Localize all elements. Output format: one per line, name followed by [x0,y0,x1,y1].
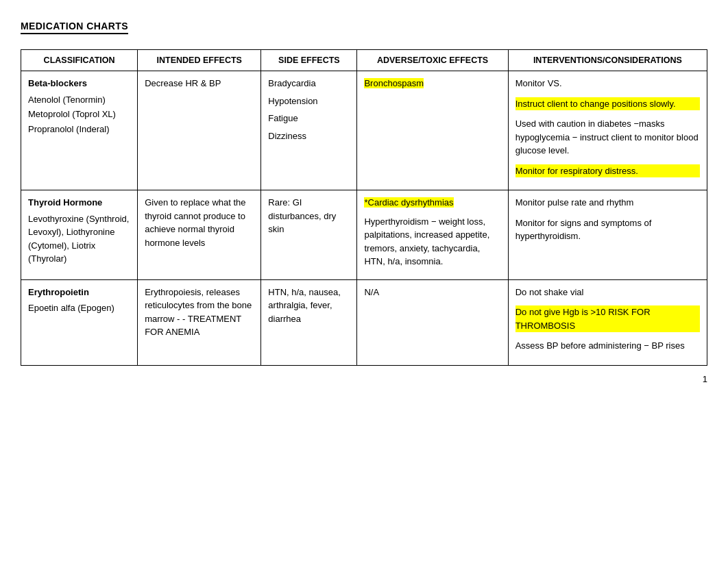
adverse-effect-item: *Cardiac dysrhythmias [364,197,453,208]
adverse-effect-item: Hyperthyroidism − weight loss, palpitati… [364,215,500,268]
side-effect-item: Bradycardia [268,77,350,90]
interventions-cell-2: Do not shake vialDo not give Hgb is >10 … [508,279,707,365]
intervention-item: Used with caution in diabetes −masks hyp… [515,117,700,158]
header-adverse-toxic: ADVERSE/TOXIC EFFECTS [357,50,508,71]
drug-name: Epoetin alfa (Epogen) [28,301,130,315]
adverse-effects-cell-2: N/A [357,279,508,365]
medication-table: CLASSIFICATION INTENDED EFFECTS SIDE EFF… [21,49,707,366]
side-effect-item: Hypotension [268,95,350,108]
interventions-cell-1: Monitor pulse rate and rhythmMonitor for… [508,190,707,280]
intended-effects-cell-0: Decrease HR & BP [138,71,261,190]
drug-class-name: Erythropoietin [28,286,130,299]
side-effect-item: Dizziness [268,129,350,143]
drug-name: Metoprolol (Toprol XL) [28,108,130,121]
page-title: MEDICATION CHARTS [21,21,128,34]
intervention-item: Instruct client to change positions slow… [515,97,700,111]
intervention-item: Monitor for signs and symptoms of hypert… [515,216,700,243]
interventions-cell-0: Monitor VS.Instruct client to change pos… [508,71,707,190]
intervention-item: Assess BP before administering − BP rise… [515,339,700,353]
header-classification: CLASSIFICATION [21,50,138,71]
classification-cell-1: Thyroid HormoneLevothyroxine (Synthroid,… [21,190,138,280]
intended-effects-cell-1: Given to replace what the thyroid cannot… [138,190,261,280]
intervention-item: Monitor pulse rate and rhythm [515,196,700,210]
table-row: Thyroid HormoneLevothyroxine (Synthroid,… [21,190,707,280]
side-effects-cell-2: HTN, h/a, nausea, arthralgia, fever, dia… [261,279,357,365]
side-effect-item: HTN, h/a, nausea, arthralgia, fever, dia… [268,286,350,326]
drug-name: Levothyroxine (Synthroid, Levoxyl), Liot… [28,212,130,266]
intervention-item: Monitor VS. [515,77,700,90]
drug-name: Atenolol (Tenormin) [28,93,130,107]
classification-cell-2: ErythropoietinEpoetin alfa (Epogen) [21,279,138,365]
table-row: Beta-blockersAtenolol (Tenormin)Metoprol… [21,71,707,190]
intervention-item: Do not shake vial [515,286,700,299]
adverse-effect-item: Bronchospasm [364,78,424,88]
page-number: 1 [21,374,707,384]
drug-class-name: Beta-blockers [28,77,130,90]
adverse-effects-cell-1: *Cardiac dysrhythmiasHyperthyroidism − w… [357,190,508,280]
intervention-item: Monitor for respiratory distress. [515,164,700,178]
drug-class-name: Thyroid Hormone [28,196,130,210]
side-effects-cell-0: BradycardiaHypotensionFatigueDizziness [261,71,357,190]
header-intended-effects: INTENDED EFFECTS [138,50,261,71]
side-effect-item: Fatigue [268,112,350,125]
intended-effects-cell-2: Erythropoiesis, releases reticulocytes f… [138,279,261,365]
intervention-item: Do not give Hgb is >10 RISK FOR THROMBOS… [515,305,700,332]
drug-name: Propranolol (Inderal) [28,123,130,136]
adverse-effect-item: N/A [364,286,500,299]
adverse-effects-cell-0: Bronchospasm [357,71,508,190]
header-side-effects: SIDE EFFECTS [261,50,357,71]
header-interventions: INTERVENTIONS/CONSIDERATIONS [508,50,707,71]
side-effect-item: Rare: GI disturbances, dry skin [268,196,350,236]
side-effects-cell-1: Rare: GI disturbances, dry skin [261,190,357,280]
table-row: ErythropoietinEpoetin alfa (Epogen)Eryth… [21,279,707,365]
classification-cell-0: Beta-blockersAtenolol (Tenormin)Metoprol… [21,71,138,190]
